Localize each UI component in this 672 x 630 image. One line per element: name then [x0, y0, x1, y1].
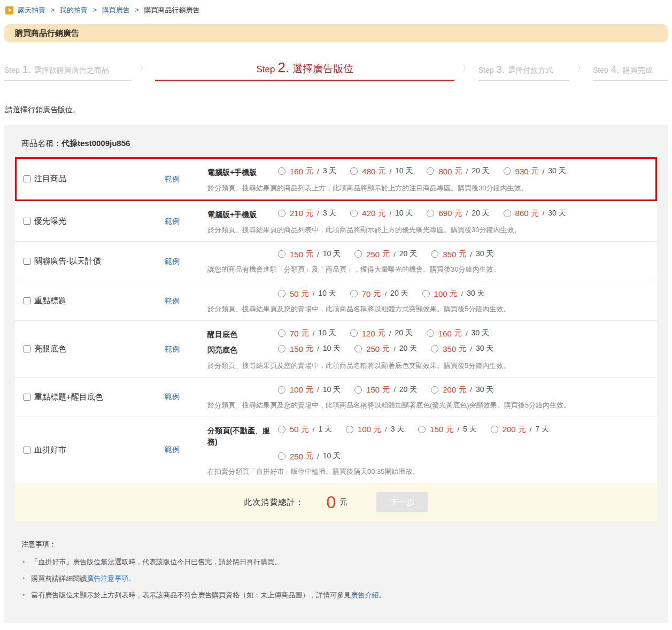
price-option[interactable]: 210元/3 天	[278, 209, 336, 218]
ad-checkbox[interactable]	[24, 345, 30, 352]
price-radio[interactable]	[350, 290, 358, 297]
note-link-2[interactable]: 廣告注意事項	[87, 574, 128, 582]
price-option[interactable]: 930元/30 天	[504, 166, 566, 176]
example-link[interactable]: 範例	[165, 174, 180, 183]
price-radio[interactable]	[278, 167, 285, 175]
price-option[interactable]: 160元/3 天	[278, 166, 336, 176]
price-radio[interactable]	[504, 167, 511, 175]
price-radio[interactable]	[278, 290, 285, 297]
price-radio[interactable]	[422, 290, 430, 297]
price-option[interactable]: 150元/20 天	[354, 385, 417, 395]
option-days: 20 天	[390, 289, 408, 298]
option-list: 50元/1 天100元/3 天150元/5 天200元/7 天	[278, 425, 648, 435]
ad-checkbox[interactable]	[24, 218, 30, 225]
ad-checkbox[interactable]	[24, 175, 30, 182]
price-option[interactable]: 350元/30 天	[431, 249, 493, 259]
price-option[interactable]: 250元/20 天	[354, 344, 417, 354]
example-link[interactable]: 範例	[165, 296, 180, 305]
ad-description: 於分類頁、搜尋結果頁及您的賣場中，此項商品名稱將以顯著底色突顯效果。購買後5分鐘…	[207, 361, 648, 371]
price-radio[interactable]	[278, 386, 285, 394]
price-option[interactable]: 50元/1 天	[278, 425, 332, 434]
example-link[interactable]: 範例	[165, 217, 180, 225]
price-option[interactable]: 690元/20 天	[427, 209, 489, 218]
price-radio[interactable]	[350, 329, 358, 337]
option-price: 690	[438, 209, 452, 218]
price-option[interactable]: 70元/10 天	[278, 328, 336, 338]
price-radio[interactable]	[427, 167, 434, 175]
price-radio[interactable]	[354, 250, 362, 258]
ad-description: 讓您的商品有機會進駐「分類頁」及「商品頁」，獲得大量曝光的機會。購買後30分鐘內…	[207, 265, 648, 274]
breadcrumb-link-3[interactable]: 購買廣告	[102, 6, 130, 14]
price-option[interactable]: 100元/30 天	[422, 289, 485, 298]
price-option[interactable]: 150元/5 天	[418, 425, 476, 434]
ad-description: 在拍賣分類頁「血拼好市」版位中輪播。購買後隔天00:35開始播放。	[207, 467, 648, 477]
price-option[interactable]: 250元/20 天	[354, 249, 417, 259]
breadcrumb-link-1[interactable]: 露天拍賣	[18, 6, 45, 14]
price-option[interactable]: 100元/10 天	[278, 385, 341, 395]
price-radio[interactable]	[431, 345, 438, 352]
price-option[interactable]: 160元/30 天	[427, 328, 489, 338]
price-radio[interactable]	[278, 250, 285, 258]
option-currency: 元	[455, 166, 462, 176]
ad-row-label: 重點標題+醒目底色	[34, 392, 103, 402]
ad-checkbox[interactable]	[24, 447, 30, 454]
price-option[interactable]: 150元/10 天	[278, 344, 341, 354]
ad-checkbox[interactable]	[24, 258, 30, 265]
breadcrumb-link-2[interactable]: 我的拍賣	[60, 6, 88, 14]
price-radio[interactable]	[346, 426, 353, 433]
total-unit: 元	[339, 497, 347, 507]
price-option[interactable]: 200元/30 天	[431, 385, 493, 395]
option-sublabel: 電腦版+手機版	[207, 166, 278, 179]
price-radio[interactable]	[418, 426, 426, 433]
option-price: 100	[358, 425, 371, 434]
ad-row-example-cell: 範例	[165, 445, 207, 455]
next-step-button[interactable]: 下一步	[376, 492, 428, 512]
option-price: 160	[290, 167, 303, 176]
ad-row-example-cell: 範例	[165, 257, 207, 266]
price-radio[interactable]	[431, 250, 438, 258]
price-option[interactable]: 70元/20 天	[350, 289, 408, 298]
example-link[interactable]: 範例	[165, 392, 180, 401]
price-option[interactable]: 200元/7 天	[491, 425, 549, 434]
price-radio[interactable]	[427, 210, 434, 217]
price-radio[interactable]	[350, 167, 358, 175]
price-option[interactable]: 250元/10 天	[278, 451, 341, 461]
price-option[interactable]: 50元/10 天	[278, 289, 336, 298]
example-link[interactable]: 範例	[165, 445, 180, 454]
option-price: 50	[290, 289, 299, 298]
price-radio[interactable]	[504, 210, 511, 217]
example-link[interactable]: 範例	[165, 344, 180, 353]
price-option[interactable]: 100元/3 天	[346, 425, 404, 434]
price-option[interactable]: 860元/30 天	[504, 209, 566, 218]
price-radio[interactable]	[431, 386, 438, 394]
ad-row-label-cell: 重點標題	[24, 296, 165, 306]
price-radio[interactable]	[354, 386, 362, 394]
price-radio[interactable]	[278, 452, 285, 460]
price-option[interactable]: 350元/30 天	[431, 344, 493, 354]
price-radio[interactable]	[354, 345, 362, 352]
option-separator: /	[317, 250, 319, 258]
price-radio[interactable]	[350, 210, 358, 217]
price-radio[interactable]	[427, 329, 434, 337]
option-days: 10 天	[395, 209, 413, 218]
price-radio[interactable]	[278, 210, 285, 217]
ad-checkbox[interactable]	[24, 394, 30, 401]
price-option[interactable]: 800元/20 天	[427, 166, 489, 176]
price-option[interactable]: 150元/10 天	[278, 249, 341, 259]
option-separator: /	[466, 167, 468, 175]
page-header-bar: 購買商品行銷廣告	[4, 24, 668, 42]
option-separator: /	[317, 345, 319, 353]
example-link[interactable]: 範例	[165, 257, 180, 265]
price-option[interactable]: 420元/10 天	[350, 209, 413, 218]
price-radio[interactable]	[491, 426, 498, 433]
price-radio[interactable]	[278, 345, 285, 352]
price-option[interactable]: 480元/10 天	[350, 166, 413, 176]
price-radio[interactable]	[278, 329, 285, 337]
option-list: 250元/10 天	[278, 451, 648, 462]
step-chevron-icon: 〉	[454, 64, 478, 81]
price-option[interactable]: 120元/20 天	[350, 328, 413, 338]
note-link-3[interactable]: 廣告介紹	[351, 591, 379, 599]
option-separator: /	[470, 345, 472, 353]
ad-checkbox[interactable]	[24, 297, 30, 304]
price-radio[interactable]	[278, 426, 285, 433]
